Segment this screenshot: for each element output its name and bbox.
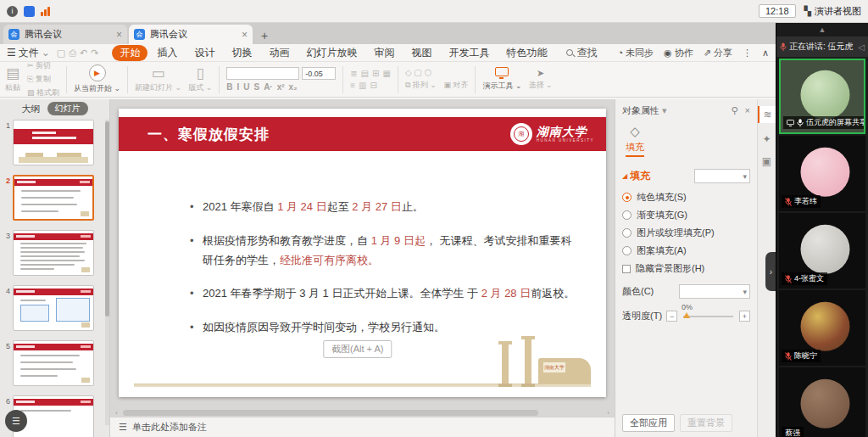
thumbnail-slide-2[interactable]: 2	[2, 175, 104, 221]
bullet-text: 前返校。	[531, 287, 575, 300]
format-button[interactable]: S	[253, 82, 259, 92]
toolbar-icon[interactable]: ≣	[350, 69, 357, 78]
quick-access-icons[interactable]: ▢⎙↶↷	[57, 48, 103, 59]
ribbon-tab-动画[interactable]: 动画	[261, 45, 297, 61]
avatar	[800, 70, 849, 119]
align-button[interactable]: ▣ 对齐	[443, 81, 468, 89]
ribbon-tab-审阅[interactable]: 审阅	[366, 45, 402, 61]
toolbar-icon[interactable]: ⊞	[372, 69, 379, 78]
ribbon-tab-幻灯片放映[interactable]: 幻灯片放映	[298, 45, 364, 61]
effects-tab-icon[interactable]: ✦	[762, 133, 771, 145]
copy-button[interactable]: ⎘ 复制	[27, 74, 59, 85]
select-button[interactable]: ➤ 选择 ⌄	[528, 68, 552, 91]
thumbnail-scrollbar[interactable]	[105, 120, 109, 425]
ribbon-tab-开始[interactable]: 开始	[112, 45, 147, 61]
format-button[interactable]: x₂	[289, 82, 298, 92]
horizontal-scrollbar[interactable]: ‹ ›	[110, 408, 615, 417]
collapse-ribbon-button[interactable]: ∧	[762, 48, 769, 59]
thumbnail-slide-1[interactable]: 1	[2, 120, 104, 165]
slide[interactable]: 一、寒假放假安排 湖 湖南大学 HUNAN UNIVERSITY 2021 年寒…	[119, 109, 606, 397]
transparency-minus-button[interactable]: −	[666, 311, 677, 322]
format-button[interactable]: B	[226, 82, 232, 92]
browser-tab[interactable]: 会腾讯会议×	[3, 25, 127, 44]
fill-tool-tab[interactable]: ◇ 填充	[622, 124, 648, 157]
reset-background-button[interactable]: 重置背景	[680, 414, 732, 432]
security-shield-icon[interactable]	[24, 6, 35, 17]
participant-tile[interactable]: 蔡强	[779, 367, 865, 437]
format-button[interactable]: I	[236, 82, 239, 92]
ribbon-tab-设计[interactable]: 设计	[186, 45, 222, 61]
transparency-plus-button[interactable]: +	[739, 311, 750, 322]
play-from-current-button[interactable]: ▶ 从当前开始 ⌄	[74, 64, 120, 95]
fill-section-header[interactable]: ◢填充	[622, 169, 650, 183]
more-menu-button[interactable]: ⋮	[743, 48, 752, 59]
thumbnail-slide-5[interactable]: 5	[2, 340, 104, 386]
panel-menu-button[interactable]: ☰	[5, 410, 27, 432]
participant-tile[interactable]: 伍元虎的屏幕共享	[779, 59, 865, 134]
signal-bars-icon[interactable]	[41, 6, 50, 16]
layout-button[interactable]: ▯ 版式 ⌄	[188, 64, 212, 95]
thumbnail-slide-3[interactable]: 3	[2, 230, 104, 276]
participant-tile[interactable]: 4-张蜜文	[779, 213, 865, 289]
arrange-button[interactable]: ⧉ 排列 ⌄	[405, 81, 437, 89]
scroll-left-icon[interactable]: ‹	[115, 409, 118, 417]
fill-option[interactable]: 渐变填充(G)	[622, 209, 750, 221]
toolbar-icon[interactable]: ⊟	[370, 81, 377, 90]
screenshot-button[interactable]: 截图(Alt + A)	[323, 340, 392, 358]
notes-bar[interactable]: ☰ 单击此处添加备注	[110, 417, 615, 437]
paste-button[interactable]: ▤ 粘贴	[5, 64, 20, 95]
toolbar-icon[interactable]: ▦	[382, 69, 390, 78]
tab-outline[interactable]: 大纲	[22, 103, 41, 115]
apply-all-button[interactable]: 全部应用	[622, 414, 675, 432]
collapse-panel-arrow[interactable]: ▲	[776, 23, 868, 36]
picture-tab-icon[interactable]: ▣	[762, 155, 771, 167]
font-name-input[interactable]	[226, 67, 299, 80]
toolbar-icon[interactable]: ▥	[359, 81, 366, 90]
new-slide-button[interactable]: ▭ 新建幻灯片 ⌄	[135, 64, 181, 95]
menu-icon: ☰	[7, 47, 16, 59]
ribbon-tab-插入[interactable]: 插入	[149, 45, 185, 61]
info-icon[interactable]: i	[7, 6, 18, 17]
format-painter-button[interactable]: ▨ 格式刷	[27, 87, 59, 98]
format-button[interactable]: U	[243, 82, 249, 92]
format-button[interactable]: A·	[264, 82, 273, 92]
file-menu[interactable]: ☰ 文件 ⌄	[7, 46, 50, 60]
close-tab-icon[interactable]: ×	[242, 30, 248, 40]
color-dropdown[interactable]: ▾	[679, 284, 750, 299]
fill-option[interactable]: 图案填充(A)	[622, 244, 750, 257]
transparency-slider[interactable]: 0%	[683, 316, 733, 317]
ribbon-tab-视图[interactable]: 视图	[403, 45, 439, 61]
tab-slides[interactable]: 幻灯片	[47, 102, 88, 115]
fill-option[interactable]: 图片或纹理填充(P)	[622, 227, 750, 239]
presenter-view-toggle[interactable]: ▚ 演讲者视图	[804, 5, 861, 18]
ribbon-tab-切换[interactable]: 切换	[224, 45, 259, 61]
ribbon-tab-特色功能[interactable]: 特色功能	[498, 45, 554, 61]
pin-icon[interactable]: ⚲	[732, 105, 738, 116]
toolbar-icon[interactable]: ≡	[350, 81, 355, 90]
find-button[interactable]: 查找	[566, 46, 597, 60]
avatar	[800, 224, 849, 273]
font-size-input[interactable]: -0.05	[302, 67, 336, 80]
browser-tab[interactable]: 会腾讯会议×	[129, 25, 253, 44]
cut-button[interactable]: ✂ 剪切	[27, 60, 59, 71]
thumbnail-slide-4[interactable]: 4	[2, 285, 104, 331]
fill-preset-dropdown[interactable]: ▾	[694, 169, 750, 183]
share-button[interactable]: ⇗ 分享	[704, 47, 732, 59]
presentation-tools-button[interactable]: 演示工具 ⌄	[482, 67, 521, 92]
scroll-right-icon[interactable]: ›	[607, 409, 609, 417]
participant-tile[interactable]: 陈晓宁	[779, 290, 865, 366]
ribbon-tab-开发工具[interactable]: 开发工具	[441, 45, 497, 61]
format-button[interactable]: x²	[277, 82, 285, 92]
toolbar-icon[interactable]: ▤	[361, 69, 369, 78]
close-panel-icon[interactable]: ×	[745, 105, 750, 116]
fill-option[interactable]: 纯色填充(S)	[622, 191, 750, 204]
cloud-sync-button[interactable]: ◔ 未同步	[617, 47, 654, 59]
slider-handle[interactable]	[683, 312, 690, 318]
participant-tile[interactable]: 李若纬	[779, 136, 865, 211]
paragraph-group: ≣▤⊞▦ ≡▥⊟	[350, 69, 391, 90]
properties-tab-icon[interactable]: ≋	[758, 106, 776, 123]
collaborate-button[interactable]: ◉ 协作	[664, 47, 693, 59]
hide-background-checkbox[interactable]: 隐藏背景图形(H)	[622, 262, 750, 275]
new-tab-button[interactable]: +	[254, 29, 275, 44]
close-tab-icon[interactable]: ×	[116, 30, 122, 40]
